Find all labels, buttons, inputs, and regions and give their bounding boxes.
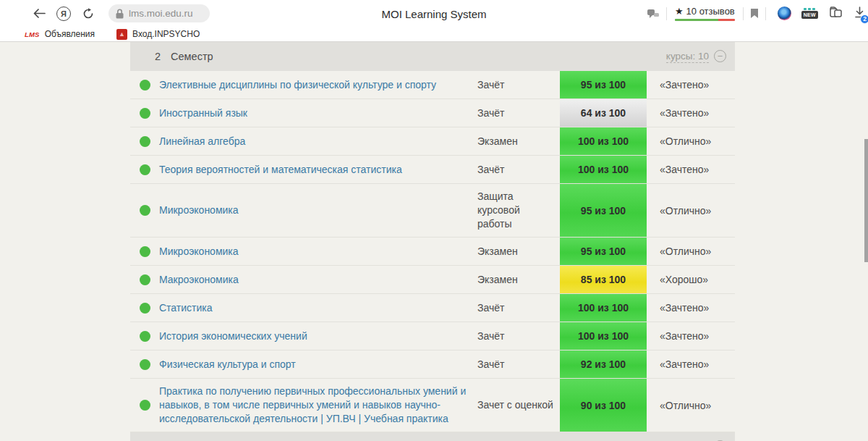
course-cell: Теория вероятностей и математическая ста… (159, 157, 477, 182)
course-link[interactable]: История экономических учений (159, 330, 307, 342)
course-link[interactable]: Физическая культура и спорт (159, 358, 296, 370)
status-dot-cell (130, 274, 159, 285)
lock-icon (116, 9, 124, 19)
grade-text: «Зачтено» (647, 164, 735, 175)
score-badge: 100 из 100 (560, 156, 647, 183)
course-link[interactable]: Макроэкономика (159, 274, 239, 285)
page-title: MOI Learning System (381, 7, 486, 20)
score-badge: 92 из 100 (560, 350, 647, 378)
reviews-rating-bar (675, 19, 735, 21)
status-dot-cell (130, 246, 159, 257)
grade-text: «Отлично» (647, 205, 735, 217)
score-badge: 95 из 100 (560, 184, 647, 237)
status-dot-icon (140, 164, 150, 175)
separator (666, 7, 667, 20)
address-bar[interactable]: lms.moi.edu.ru (109, 4, 210, 22)
separator (743, 7, 744, 20)
yandex-logo-icon: Я (56, 7, 71, 21)
status-dot-cell (130, 108, 159, 119)
status-dot-icon (140, 246, 150, 257)
status-dot-cell (130, 331, 159, 342)
bookmark-icon[interactable] (750, 8, 759, 19)
course-link[interactable]: Иностранный язык (159, 107, 247, 119)
new-features-icon[interactable]: NEW (801, 8, 818, 19)
star-icon: ★ (675, 6, 684, 17)
course-link[interactable]: Элективные дисциплины по физической куль… (159, 79, 436, 91)
score-badge: 100 из 100 (560, 127, 647, 155)
course-cell: Линейная алгебра (159, 129, 477, 154)
table-row: Статистика Зачёт 100 из 100 «Зачтено» (130, 294, 735, 322)
toolbar-right-icons: ★ 10 отзывов NEW (647, 0, 865, 27)
separator (765, 7, 766, 20)
score-badge: 100 из 100 (560, 322, 647, 350)
score-badge: 100 из 100 (560, 294, 647, 322)
grade-text: «Хорошо» (647, 274, 735, 285)
assessment-type: Защита курсовой работы (477, 184, 560, 237)
status-dot-icon (140, 331, 150, 342)
courses-count-link[interactable]: курсы: 10 (666, 50, 709, 64)
lms-page: 2 Семестр курсы: 10 − Элективные дисципл… (0, 42, 868, 441)
grade-text: «Отлично» (647, 245, 735, 257)
grade-text: «Отлично» (647, 400, 735, 411)
course-link[interactable]: Статистика (159, 302, 213, 314)
refresh-icon (82, 8, 94, 20)
grades-table: 2 Семестр курсы: 10 − Элективные дисципл… (130, 42, 735, 441)
course-link[interactable]: Микроэкономика (159, 204, 239, 216)
reviews-label: 10 отзывов (686, 6, 735, 17)
bookmarks-bar: LMS Объявления ▲ Вход.INPSYCHO (0, 27, 868, 42)
grade-text: «Зачтено» (647, 302, 735, 314)
collections-icon[interactable] (829, 7, 843, 21)
extension-browser-icon[interactable] (778, 7, 791, 20)
course-cell: Статистика (159, 295, 477, 321)
status-dot-cell (130, 400, 159, 411)
status-dot-icon (140, 108, 150, 119)
semester-number: 2 (155, 51, 161, 62)
course-link[interactable]: Практика по получению первичных професси… (159, 385, 466, 424)
grade-text: «Отлично» (647, 135, 735, 147)
rating-bar-negative (718, 19, 735, 21)
status-dot-cell (130, 164, 159, 175)
assessment-type: Экзамен (477, 267, 560, 293)
table-row: Макроэкономика Экзамен 85 из 100 «Хорошо… (130, 266, 735, 294)
course-link[interactable]: Линейная алгебра (159, 135, 245, 147)
lms-favicon: LMS (25, 30, 40, 38)
refresh-button[interactable] (78, 4, 98, 24)
score-badge: 95 из 100 (560, 71, 647, 98)
grade-text: «Зачтено» (647, 330, 735, 342)
yandex-home-button[interactable]: Я (54, 4, 74, 24)
assessment-type: Зачёт (477, 101, 560, 126)
downloads-count-badge: 2 (860, 14, 868, 24)
collapse-semester-icon[interactable]: − (714, 50, 726, 62)
table-row: Практика по получению первичных професси… (130, 379, 735, 432)
back-button[interactable] (29, 4, 49, 24)
grade-text: «Зачтено» (647, 358, 735, 370)
status-dot-icon (140, 400, 150, 411)
course-cell: Иностранный язык (159, 101, 477, 126)
downloads-button[interactable]: 2 (854, 7, 865, 21)
status-dot-icon (140, 274, 150, 285)
table-row: Микроэкономика Защита курсовой работы 95… (130, 184, 735, 238)
semester-2-header: 2 Семестр курсы: 10 − (130, 42, 735, 71)
grade-text: «Зачтено» (647, 79, 735, 91)
assessment-type: Зачет с оценкой (477, 392, 560, 418)
assessment-type: Зачёт (477, 324, 560, 349)
status-dot-icon (140, 80, 150, 91)
course-cell: Микроэкономика (159, 198, 477, 223)
bookmark-item-inpsycho[interactable]: ▲ Вход.INPSYCHO (116, 29, 200, 40)
course-link[interactable]: Теория вероятностей и математическая ста… (159, 164, 402, 175)
assessment-type: Экзамен (477, 129, 560, 154)
bookmark-item-announcements[interactable]: LMS Объявления (25, 29, 95, 39)
protect-icon[interactable] (647, 8, 660, 20)
vertical-scrollbar-thumb[interactable] (864, 139, 868, 262)
course-cell: История экономических учений (159, 324, 477, 349)
url-text: lms.moi.edu.ru (129, 8, 193, 19)
reviews-button[interactable]: ★ 10 отзывов (675, 6, 735, 21)
table-row: Теория вероятностей и математическая ста… (130, 156, 735, 184)
new-icon-dashes (804, 8, 815, 10)
status-dot-cell (130, 80, 159, 91)
course-link[interactable]: Микроэкономика (159, 245, 239, 257)
score-badge: 95 из 100 (560, 238, 647, 265)
table-row: История экономических учений Зачёт 100 и… (130, 322, 735, 350)
assessment-type: Зачёт (477, 157, 560, 182)
assessment-type: Зачёт (477, 295, 560, 321)
